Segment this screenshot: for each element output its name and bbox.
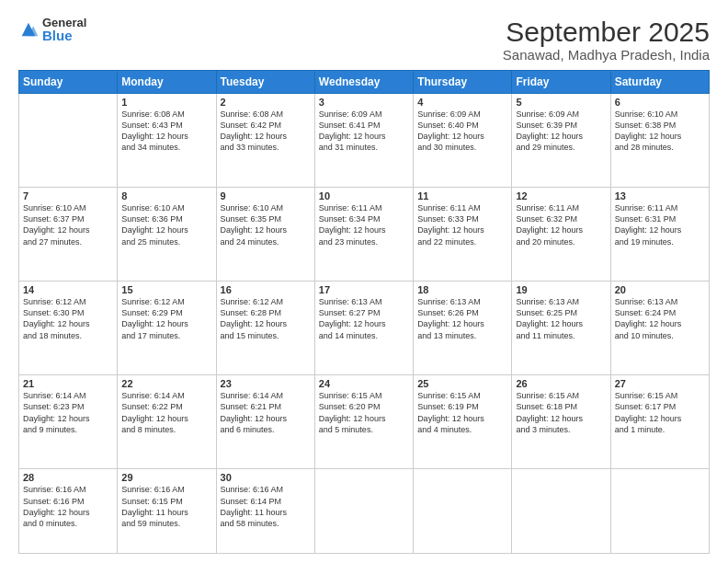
calendar-cell: 13Sunrise: 6:11 AM Sunset: 6:31 PM Dayli… — [610, 188, 709, 282]
day-number: 30 — [221, 472, 311, 483]
weekday-header: Thursday — [414, 71, 512, 94]
calendar-cell: 23Sunrise: 6:14 AM Sunset: 6:21 PM Dayli… — [216, 375, 314, 469]
calendar-cell — [314, 469, 413, 554]
day-number: 9 — [221, 190, 311, 201]
day-info: Sunrise: 6:13 AM Sunset: 6:27 PM Dayligh… — [319, 296, 409, 341]
day-info: Sunrise: 6:11 AM Sunset: 6:34 PM Dayligh… — [319, 202, 409, 247]
calendar-cell: 27Sunrise: 6:15 AM Sunset: 6:17 PM Dayli… — [610, 375, 709, 469]
day-number: 7 — [23, 190, 113, 201]
calendar-cell: 8Sunrise: 6:10 AM Sunset: 6:36 PM Daylig… — [118, 188, 216, 282]
weekday-header: Wednesday — [314, 71, 413, 94]
day-number: 22 — [121, 378, 211, 389]
calendar-cell: 2Sunrise: 6:08 AM Sunset: 6:42 PM Daylig… — [216, 94, 314, 188]
calendar-cell: 1Sunrise: 6:08 AM Sunset: 6:43 PM Daylig… — [118, 94, 216, 188]
day-info: Sunrise: 6:08 AM Sunset: 6:43 PM Dayligh… — [121, 109, 211, 154]
day-number: 15 — [121, 284, 211, 295]
calendar-cell: 22Sunrise: 6:14 AM Sunset: 6:22 PM Dayli… — [118, 375, 216, 469]
day-info: Sunrise: 6:10 AM Sunset: 6:38 PM Dayligh… — [615, 109, 705, 154]
day-info: Sunrise: 6:09 AM Sunset: 6:41 PM Dayligh… — [319, 109, 409, 154]
day-number: 3 — [319, 97, 409, 108]
calendar-week-row: 21Sunrise: 6:14 AM Sunset: 6:23 PM Dayli… — [19, 375, 710, 469]
day-number: 26 — [516, 378, 606, 389]
calendar-cell: 15Sunrise: 6:12 AM Sunset: 6:29 PM Dayli… — [118, 282, 216, 375]
day-number: 17 — [319, 284, 409, 295]
calendar-week-row: 1Sunrise: 6:08 AM Sunset: 6:43 PM Daylig… — [19, 94, 710, 188]
day-info: Sunrise: 6:11 AM Sunset: 6:32 PM Dayligh… — [516, 202, 606, 247]
calendar-cell: 4Sunrise: 6:09 AM Sunset: 6:40 PM Daylig… — [414, 94, 512, 188]
weekday-header: Saturday — [610, 71, 709, 94]
page: General Blue September 2025 Sanawad, Mad… — [0, 0, 728, 563]
main-title: September 2025 — [503, 17, 710, 47]
day-info: Sunrise: 6:15 AM Sunset: 6:20 PM Dayligh… — [319, 390, 409, 435]
calendar-cell: 29Sunrise: 6:16 AM Sunset: 6:15 PM Dayli… — [118, 469, 216, 554]
day-info: Sunrise: 6:14 AM Sunset: 6:23 PM Dayligh… — [23, 390, 113, 435]
logo-text-block: General Blue — [42, 17, 86, 42]
day-number: 29 — [121, 472, 211, 483]
day-number: 20 — [615, 284, 705, 295]
calendar-week-row: 7Sunrise: 6:10 AM Sunset: 6:37 PM Daylig… — [19, 188, 710, 282]
weekday-header: Sunday — [19, 71, 118, 94]
title-block: September 2025 Sanawad, Madhya Pradesh, … — [503, 17, 710, 63]
day-number: 8 — [121, 190, 211, 201]
day-info: Sunrise: 6:10 AM Sunset: 6:35 PM Dayligh… — [221, 202, 311, 247]
day-info: Sunrise: 6:10 AM Sunset: 6:36 PM Dayligh… — [121, 202, 211, 247]
calendar-week-row: 28Sunrise: 6:16 AM Sunset: 6:16 PM Dayli… — [19, 469, 710, 554]
calendar-cell — [414, 469, 512, 554]
calendar-cell — [610, 469, 709, 554]
day-info: Sunrise: 6:09 AM Sunset: 6:40 PM Dayligh… — [417, 109, 507, 154]
calendar-cell: 18Sunrise: 6:13 AM Sunset: 6:26 PM Dayli… — [414, 282, 512, 375]
day-info: Sunrise: 6:13 AM Sunset: 6:26 PM Dayligh… — [417, 296, 507, 341]
day-number: 12 — [516, 190, 606, 201]
day-info: Sunrise: 6:16 AM Sunset: 6:15 PM Dayligh… — [121, 484, 211, 529]
day-info: Sunrise: 6:13 AM Sunset: 6:24 PM Dayligh… — [615, 296, 705, 341]
calendar-cell: 25Sunrise: 6:15 AM Sunset: 6:19 PM Dayli… — [414, 375, 512, 469]
calendar-cell: 26Sunrise: 6:15 AM Sunset: 6:18 PM Dayli… — [512, 375, 610, 469]
day-number: 16 — [221, 284, 311, 295]
day-number: 27 — [615, 378, 705, 389]
day-number: 10 — [319, 190, 409, 201]
day-number: 13 — [615, 190, 705, 201]
day-info: Sunrise: 6:12 AM Sunset: 6:30 PM Dayligh… — [23, 296, 113, 341]
day-number: 2 — [221, 97, 311, 108]
day-info: Sunrise: 6:16 AM Sunset: 6:16 PM Dayligh… — [23, 484, 113, 529]
day-number: 24 — [319, 378, 409, 389]
day-number: 1 — [121, 97, 211, 108]
day-info: Sunrise: 6:15 AM Sunset: 6:17 PM Dayligh… — [615, 390, 705, 435]
calendar-cell: 28Sunrise: 6:16 AM Sunset: 6:16 PM Dayli… — [19, 469, 118, 554]
day-number: 18 — [417, 284, 507, 295]
calendar-cell — [512, 469, 610, 554]
day-info: Sunrise: 6:11 AM Sunset: 6:33 PM Dayligh… — [417, 202, 507, 247]
day-number: 11 — [417, 190, 507, 201]
day-info: Sunrise: 6:09 AM Sunset: 6:39 PM Dayligh… — [516, 109, 606, 154]
calendar-cell: 10Sunrise: 6:11 AM Sunset: 6:34 PM Dayli… — [314, 188, 413, 282]
calendar-cell — [19, 94, 118, 188]
calendar-cell: 9Sunrise: 6:10 AM Sunset: 6:35 PM Daylig… — [216, 188, 314, 282]
calendar-cell: 21Sunrise: 6:14 AM Sunset: 6:23 PM Dayli… — [19, 375, 118, 469]
day-number: 28 — [23, 472, 113, 483]
day-number: 5 — [516, 97, 606, 108]
calendar-cell: 6Sunrise: 6:10 AM Sunset: 6:38 PM Daylig… — [610, 94, 709, 188]
day-number: 21 — [23, 378, 113, 389]
day-info: Sunrise: 6:12 AM Sunset: 6:28 PM Dayligh… — [221, 296, 311, 341]
calendar-cell: 12Sunrise: 6:11 AM Sunset: 6:32 PM Dayli… — [512, 188, 610, 282]
day-info: Sunrise: 6:13 AM Sunset: 6:25 PM Dayligh… — [516, 296, 606, 341]
day-info: Sunrise: 6:08 AM Sunset: 6:42 PM Dayligh… — [221, 109, 311, 154]
logo: General Blue — [18, 17, 86, 42]
weekday-header-row: SundayMondayTuesdayWednesdayThursdayFrid… — [19, 71, 710, 94]
calendar-cell: 19Sunrise: 6:13 AM Sunset: 6:25 PM Dayli… — [512, 282, 610, 375]
calendar-cell: 30Sunrise: 6:16 AM Sunset: 6:14 PM Dayli… — [216, 469, 314, 554]
calendar-week-row: 14Sunrise: 6:12 AM Sunset: 6:30 PM Dayli… — [19, 282, 710, 375]
day-info: Sunrise: 6:15 AM Sunset: 6:18 PM Dayligh… — [516, 390, 606, 435]
weekday-header: Monday — [118, 71, 216, 94]
calendar-cell: 24Sunrise: 6:15 AM Sunset: 6:20 PM Dayli… — [314, 375, 413, 469]
calendar-cell: 7Sunrise: 6:10 AM Sunset: 6:37 PM Daylig… — [19, 188, 118, 282]
weekday-header: Tuesday — [216, 71, 314, 94]
calendar-cell: 5Sunrise: 6:09 AM Sunset: 6:39 PM Daylig… — [512, 94, 610, 188]
day-info: Sunrise: 6:16 AM Sunset: 6:14 PM Dayligh… — [221, 484, 311, 529]
weekday-header: Friday — [512, 71, 610, 94]
calendar-cell: 3Sunrise: 6:09 AM Sunset: 6:41 PM Daylig… — [314, 94, 413, 188]
calendar-cell: 17Sunrise: 6:13 AM Sunset: 6:27 PM Dayli… — [314, 282, 413, 375]
day-number: 6 — [615, 97, 705, 108]
calendar-cell: 14Sunrise: 6:12 AM Sunset: 6:30 PM Dayli… — [19, 282, 118, 375]
day-number: 23 — [221, 378, 311, 389]
